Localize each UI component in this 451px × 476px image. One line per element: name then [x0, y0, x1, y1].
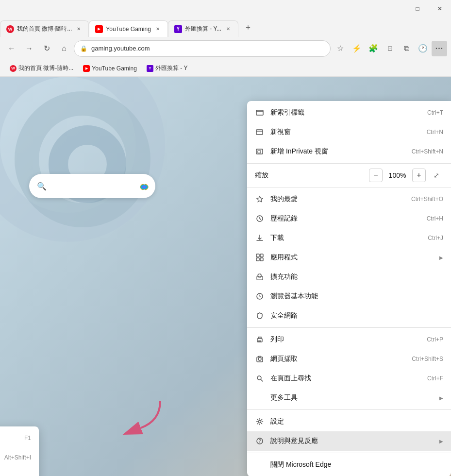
address-text: gaming.youtube.com — [91, 45, 324, 52]
toolbar-right: ☆ ⚡ 🧩 ⊡ ⧉ 🕐 ··· — [333, 41, 447, 56]
tab-bar: W 我的首頁 微博-隨時... ✕ ▶ YouTube Gaming ✕ Y 外… — [0, 17, 451, 37]
zoom-value: 100% — [386, 171, 408, 179]
menu-settings[interactable]: 設定 — [247, 412, 451, 431]
submenu-report-label: 報告不安全的網站 — [0, 473, 31, 476]
forward-button[interactable]: → — [21, 41, 37, 56]
page-content: 🔍 — [0, 77, 451, 476]
menu-favorites[interactable]: 我的最愛 Ctrl+Shift+O — [247, 189, 451, 209]
tab-weibo[interactable]: W 我的首頁 微博-隨時... ✕ — [0, 20, 89, 37]
menu-more-tools-label: 更多工具 — [270, 393, 434, 402]
menu-find[interactable]: 在頁面上尋找 Ctrl+F — [247, 369, 451, 388]
lightning-button[interactable]: ⚡ — [349, 41, 365, 56]
menu-print[interactable]: 列印 Ctrl+P — [247, 330, 451, 349]
zoom-expand-button[interactable]: ⤢ — [430, 169, 443, 182]
submenu-feedback[interactable]: 傳送意見反應 Alt+Shift+I — [0, 448, 39, 467]
svg-line-17 — [261, 380, 263, 382]
menu-close-edge-label: 關閉 Microsoft Edge — [270, 460, 443, 469]
menu-extensions-label: 擴充功能 — [270, 272, 443, 281]
menu-new-window[interactable]: 新視窗 Ctrl+N — [247, 122, 451, 142]
settings-icon — [255, 417, 265, 426]
yahoo-favicon: Y — [174, 25, 182, 33]
close-button[interactable]: ✕ — [429, 0, 451, 17]
security-icon — [255, 311, 265, 321]
address-bar[interactable]: 🔒 gaming.youtube.com — [74, 40, 331, 57]
fav-yahoo[interactable]: Y 外匯換算 - Y — [143, 62, 192, 74]
menu-browser-essentials[interactable]: 瀏覽器基本功能 — [247, 287, 451, 306]
submenu-help[interactable]: 說明 F1 — [0, 428, 39, 448]
menu-new-tab-shortcut: Ctrl+T — [427, 109, 443, 116]
new-tab-button[interactable]: ＋ — [240, 19, 256, 35]
fav-yahoo-icon: Y — [147, 65, 153, 72]
svg-point-15 — [258, 357, 261, 360]
menu-close-edge[interactable]: 關閉 Microsoft Edge — [247, 455, 451, 475]
zoom-out-button[interactable]: − — [369, 169, 383, 182]
menu-inprivate-label: 新增 InPrivate 視窗 — [270, 147, 406, 156]
favorites-bar: W 我的首頁 微博-隨時... ▶ YouTube Gaming Y 外匯換算 … — [0, 60, 451, 77]
history-button[interactable]: 🕐 — [415, 41, 431, 56]
menu-help-label: 說明與意見反應 — [270, 437, 434, 445]
menu-divider-1 — [247, 163, 451, 164]
split-button[interactable]: ⧉ — [399, 41, 414, 56]
menu-favorites-shortcut: Ctrl+Shift+O — [411, 196, 443, 203]
fav-weibo-label: 我的首頁 微博-隨時... — [18, 64, 73, 72]
menu-more-tools[interactable]: 更多工具 ▶ — [247, 388, 451, 408]
home-button[interactable]: ⌂ — [56, 41, 72, 56]
menu-zoom: 縮放 − 100% + ⤢ — [247, 166, 451, 185]
zoom-in-button[interactable]: + — [412, 169, 426, 182]
menu-print-shortcut: Ctrl+P — [427, 336, 443, 343]
new-tab-icon — [255, 108, 265, 118]
copilot-icon[interactable] — [135, 178, 153, 196]
back-button[interactable]: ← — [4, 41, 19, 56]
fav-youtube-icon: ▶ — [83, 65, 90, 72]
svg-rect-1 — [256, 110, 263, 115]
extensions-button[interactable]: 🧩 — [366, 41, 381, 56]
help-icon — [255, 436, 265, 446]
tab-yahoo-close[interactable]: ✕ — [224, 25, 232, 33]
menu-screenshot[interactable]: 網頁擷取 Ctrl+Shift+S — [247, 349, 451, 369]
menu-apps-label: 應用程式 — [270, 253, 428, 262]
screenshot-icon — [255, 354, 265, 364]
menu-help[interactable]: 說明與意見反應 ▶ — [247, 431, 451, 451]
tab-youtube-close[interactable]: ✕ — [154, 25, 162, 33]
arrow-svg — [121, 396, 180, 435]
history-icon — [255, 214, 265, 223]
menu-history[interactable]: 歷程記錄 Ctrl+H — [247, 209, 451, 228]
more-button[interactable]: ··· — [432, 41, 447, 56]
menu-browser-essentials-label: 瀏覽器基本功能 — [270, 292, 443, 301]
menu-extensions[interactable]: 擴充功能 — [247, 267, 451, 287]
fav-youtube[interactable]: ▶ YouTube Gaming — [79, 63, 141, 74]
tab-youtube-label: YouTube Gaming — [106, 26, 151, 33]
browser-window: — □ ✕ W 我的首頁 微博-隨時... ✕ ▶ YouTube Gaming… — [0, 0, 451, 476]
submenu-help-label: 說明 — [0, 434, 18, 442]
tab-youtube[interactable]: ▶ YouTube Gaming ✕ — [89, 20, 168, 37]
menu-inprivate-shortcut: Ctrl+Shift+N — [412, 148, 443, 155]
extensions-menu-icon — [255, 272, 265, 282]
menu-downloads[interactable]: 下載 Ctrl+J — [247, 228, 451, 248]
svg-rect-10 — [256, 258, 259, 261]
tab-weibo-close[interactable]: ✕ — [75, 25, 83, 33]
tab-yahoo-label: 外匯換算 - Y... — [185, 25, 221, 33]
menu-apps[interactable]: 應用程式 ▶ — [247, 248, 451, 267]
submenu-report-unsafe[interactable]: 報告不安全的網站 — [0, 467, 39, 476]
inprivate-icon — [255, 147, 265, 156]
fav-weibo[interactable]: W 我的首頁 微博-隨時... — [6, 62, 77, 74]
menu-divider-4 — [247, 409, 451, 410]
minimize-button[interactable]: — — [384, 0, 406, 17]
zoom-label: 縮放 — [255, 171, 365, 180]
menu-inprivate[interactable]: 新增 InPrivate 視窗 Ctrl+Shift+N — [247, 142, 451, 161]
tab-weibo-label: 我的首頁 微博-隨時... — [17, 25, 72, 33]
svg-point-18 — [259, 421, 261, 423]
print-icon — [255, 335, 265, 344]
svg-point-20 — [259, 442, 260, 442]
menu-downloads-shortcut: Ctrl+J — [428, 235, 443, 241]
tab-yahoo[interactable]: Y 外匯換算 - Y... ✕ — [168, 20, 238, 37]
cast-button[interactable]: ⊡ — [382, 41, 398, 56]
favorites-button[interactable]: ☆ — [333, 41, 348, 56]
refresh-button[interactable]: ↻ — [39, 41, 54, 56]
menu-security[interactable]: 安全網路 — [247, 306, 451, 325]
maximize-button[interactable]: □ — [406, 0, 429, 17]
close-edge-icon — [255, 460, 265, 470]
menu-new-tab[interactable]: 新索引標籤 Ctrl+T — [247, 103, 451, 122]
more-tools-icon — [255, 393, 265, 403]
svg-rect-3 — [256, 130, 263, 135]
